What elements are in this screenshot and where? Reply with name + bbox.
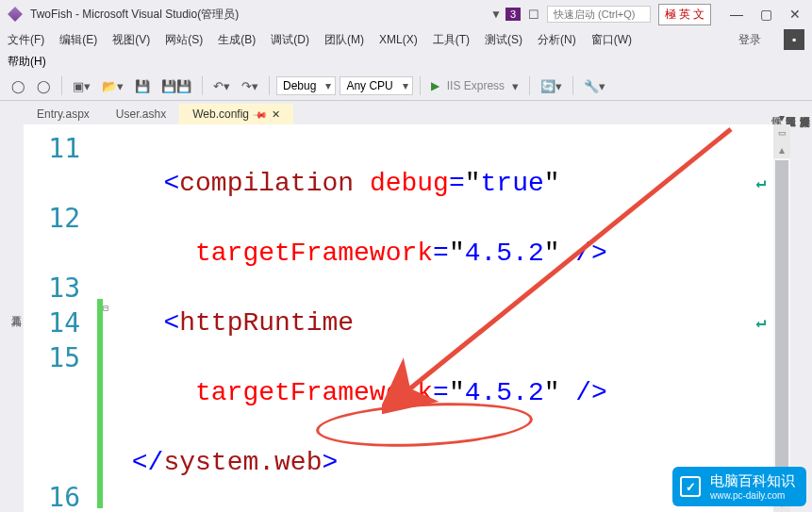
line-numbers: 11 12 13 14 15 16 17: [24, 124, 97, 512]
menu-build[interactable]: 生成(B): [218, 32, 256, 48]
notification-flag-icon[interactable]: ▼: [490, 8, 502, 21]
user-icon[interactable]: ▪: [784, 29, 804, 50]
wrap-arrow-icon: ↵: [755, 306, 766, 340]
watermark-url: www.pc-daily.com: [710, 490, 795, 501]
change-indicator: [97, 124, 103, 512]
split-view-button[interactable]: ▭: [773, 124, 790, 141]
menu-team[interactable]: 团队(M): [324, 32, 364, 48]
tab-web-config[interactable]: Web.config 📌 ✕: [179, 104, 293, 124]
menu-view[interactable]: 视图(V): [112, 32, 150, 48]
notification-count[interactable]: 3: [505, 8, 521, 21]
maximize-button[interactable]: ▢: [756, 5, 776, 24]
close-tab-icon[interactable]: ✕: [272, 108, 280, 121]
undo-button[interactable]: ↶▾: [209, 77, 234, 95]
close-button[interactable]: ✕: [786, 5, 804, 24]
tab-entry-aspx[interactable]: Entry.aspx: [24, 104, 103, 124]
scroll-thumb[interactable]: [775, 160, 788, 493]
browser-link-button[interactable]: 🔄▾: [537, 77, 566, 95]
toolbar: ◯ ◯ ▣▾ 📂▾ 💾 💾💾 ↶▾ ↷▾ Debug Any CPU ▶ IIS…: [0, 72, 812, 101]
code-text[interactable]: <compilation debug="true"↵ targetFramewo…: [116, 124, 773, 512]
toolbox-panel-tab[interactable]: 工具箱: [0, 101, 24, 512]
titlebar: TwoFish - Microsoft Visual Studio(管理员) ▼…: [0, 0, 812, 28]
line-number: 15: [24, 340, 80, 375]
redo-button[interactable]: ↷▾: [238, 77, 262, 95]
run-target-label[interactable]: IIS Express: [447, 79, 505, 92]
wrap-arrow-icon: ↵: [755, 166, 766, 201]
tab-user-ashx[interactable]: User.ashx: [103, 104, 179, 124]
minimize-button[interactable]: —: [726, 5, 747, 24]
menu-tools[interactable]: 工具(T): [433, 32, 470, 48]
nav-forward-button[interactable]: ◯: [33, 77, 55, 95]
login-link[interactable]: 登录: [738, 32, 761, 48]
watermark-title: 电脑百科知识: [710, 472, 795, 488]
line-number: 14: [24, 306, 80, 340]
vertical-scrollbar[interactable]: ▭ ▴ ▾: [773, 124, 790, 512]
menu-edit[interactable]: 编辑(E): [59, 32, 97, 48]
save-button[interactable]: 💾: [131, 77, 154, 95]
menu-analyze[interactable]: 分析(N): [538, 32, 576, 48]
line-number: 16: [24, 480, 80, 512]
content-area: 工具箱 Entry.aspx User.ashx Web.config 📌 ✕ …: [0, 101, 812, 512]
scroll-up-button[interactable]: ▴: [773, 141, 790, 158]
menu-help[interactable]: 帮助(H): [8, 54, 46, 70]
config-dropdown[interactable]: Debug: [276, 76, 336, 95]
line-number: 12: [24, 201, 80, 236]
line-number: 11: [24, 131, 80, 166]
watermark-logo-icon: [680, 476, 701, 497]
start-debug-button[interactable]: ▶: [427, 77, 443, 94]
menu-test[interactable]: 测试(S): [485, 32, 522, 48]
window-title: TwoFish - Microsoft Visual Studio(管理员): [30, 7, 490, 23]
ime-indicator[interactable]: 極 英 文: [658, 4, 711, 25]
save-all-button[interactable]: 💾💾: [157, 77, 195, 95]
solution-explorer-tab[interactable]: 解决方案资源管理器: [798, 105, 812, 512]
line-number: 13: [24, 271, 80, 306]
menu-window[interactable]: 窗口(W): [591, 32, 632, 48]
vs-logo-icon: [8, 7, 23, 22]
menubar-row2: 帮助(H): [0, 51, 812, 72]
nav-back-button[interactable]: ◯: [8, 77, 29, 95]
new-item-button[interactable]: ▣▾: [69, 77, 94, 95]
open-button[interactable]: 📂▾: [98, 77, 127, 95]
extra-tool-button[interactable]: 🔧▾: [580, 77, 609, 95]
right-panel-tabs: 解决方案资源管理器 团队资源管理器 属性: [790, 101, 812, 512]
tab-label: Web.config: [192, 107, 249, 121]
editor-body: 11 12 13 14 15 16 17: [24, 124, 790, 512]
menu-website[interactable]: 网站(S): [165, 32, 203, 48]
platform-dropdown[interactable]: Any CPU: [340, 76, 412, 95]
menu-file[interactable]: 文件(F): [8, 32, 44, 48]
editor-tabs: Entry.aspx User.ashx Web.config 📌 ✕ ▾: [24, 101, 790, 124]
menu-xml[interactable]: XML(X): [379, 33, 418, 46]
watermark-badge: 电脑百科知识 www.pc-daily.com: [672, 467, 806, 506]
pin-icon[interactable]: 📌: [253, 107, 268, 122]
menu-debug[interactable]: 调试(D): [271, 32, 309, 48]
quick-launch-input[interactable]: [547, 6, 651, 23]
feedback-icon[interactable]: ☐: [528, 8, 539, 22]
outline-collapse[interactable]: ⊟: [103, 124, 116, 512]
menubar: 文件(F) 编辑(E) 视图(V) 网站(S) 生成(B) 调试(D) 团队(M…: [0, 28, 812, 51]
run-dropdown[interactable]: ▾: [508, 77, 522, 95]
